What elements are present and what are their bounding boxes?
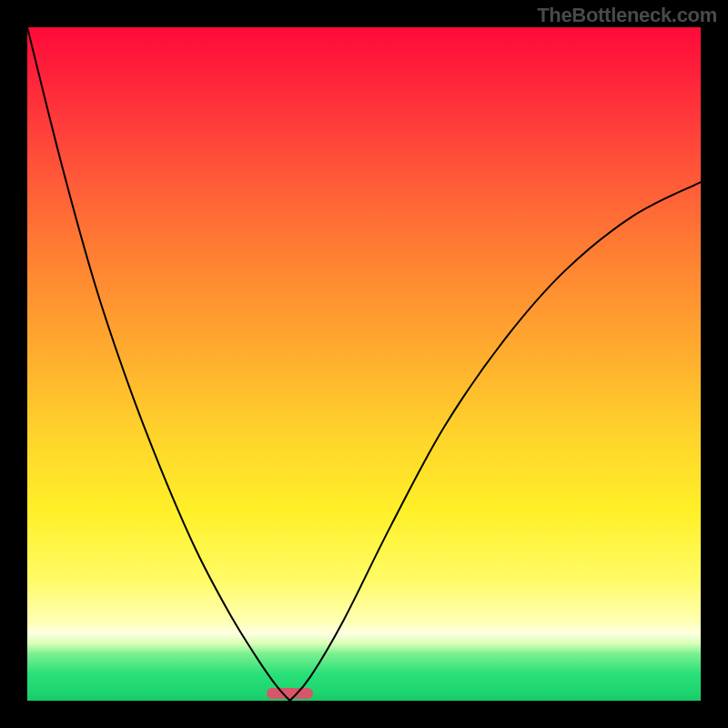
watermark-label: TheBottleneck.com — [537, 4, 717, 27]
chart-frame: TheBottleneck.com — [0, 0, 728, 728]
plot-area — [27, 27, 701, 701]
curve-left — [27, 27, 290, 701]
bottleneck-curve — [27, 27, 701, 701]
curve-right — [290, 182, 701, 701]
